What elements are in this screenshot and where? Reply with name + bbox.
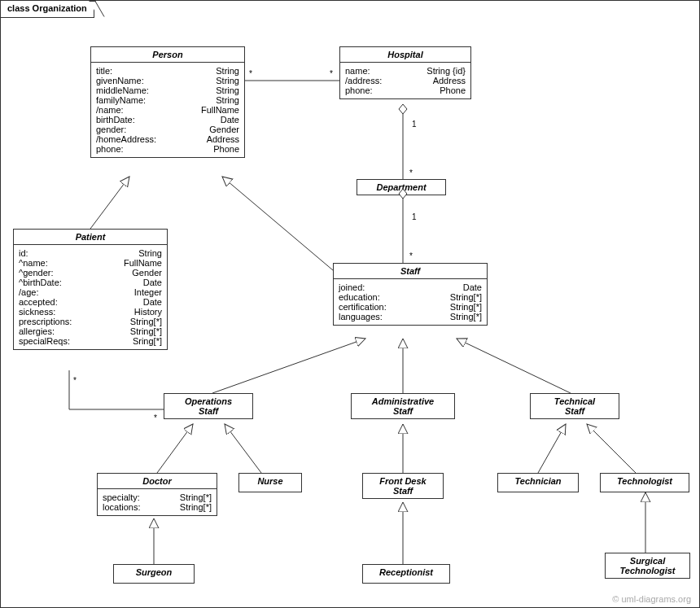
class-title: Patient — [14, 230, 167, 245]
attr-row: prescriptions:String[*] — [19, 317, 162, 326]
attr-name: sickness: — [19, 307, 128, 317]
attr-type: Phone — [433, 85, 466, 95]
attr-name: phone: — [96, 144, 207, 154]
attr-type: String[*] — [124, 317, 162, 326]
attr-name: id: — [19, 248, 132, 258]
attr-name: prescriptions: — [19, 317, 124, 326]
attr-row: locations:String[*] — [103, 502, 212, 512]
attr-row: joined:Date — [339, 282, 482, 292]
multiplicity: * — [249, 69, 252, 78]
class-attrs: id:String^name:FullName^gender:Gender^bi… — [14, 245, 167, 349]
attr-row: /name:FullName — [96, 105, 239, 115]
class-administrative-staff: AdministrativeStaff — [351, 393, 455, 419]
attr-row: sickness:History — [19, 307, 162, 317]
attr-name: gender: — [96, 125, 203, 134]
attr-name: locations: — [103, 502, 173, 512]
attr-type: String {id} — [420, 66, 466, 76]
attr-name: /age: — [19, 287, 128, 297]
attr-name: /name: — [96, 105, 195, 115]
svg-line-3 — [90, 177, 129, 229]
attr-row: /address:Address — [345, 76, 466, 85]
attr-type: String[*] — [444, 292, 482, 302]
class-front-desk-staff: Front DeskStaff — [362, 473, 444, 499]
attr-name: name: — [345, 66, 420, 76]
class-receptionist: Receptionist — [362, 564, 450, 584]
attr-type: String[*] — [173, 502, 212, 512]
class-title: Person — [91, 47, 244, 63]
class-attrs: joined:Dateeducation:String[*]certificat… — [334, 279, 487, 325]
svg-line-4 — [222, 177, 333, 270]
attr-row: /age:Integer — [19, 287, 162, 297]
attr-name: ^gender: — [19, 268, 125, 278]
class-title: Department — [357, 180, 445, 195]
attr-row: phone:Phone — [96, 144, 239, 154]
attr-name: middleName: — [96, 85, 209, 95]
attr-row: allergies:String[*] — [19, 326, 162, 336]
class-title: Staff — [334, 264, 487, 279]
attr-name: allergies: — [19, 326, 124, 336]
svg-line-8 — [157, 424, 193, 473]
attr-name: ^name: — [19, 258, 117, 268]
class-title: Surgeon — [114, 565, 194, 580]
attr-name: specialty: — [103, 492, 173, 502]
attr-row: specialReqs:Sring[*] — [19, 336, 162, 346]
class-attrs: name:String {id}/address:Addressphone:Ph… — [340, 63, 470, 98]
attr-type: String[*] — [173, 492, 212, 502]
class-nurse: Nurse — [238, 473, 302, 492]
diagram-frame: class Organization Person title:Stringgi… — [0, 0, 700, 608]
svg-line-11 — [538, 424, 566, 473]
class-surgical-technologist: SurgicalTechnologist — [605, 553, 690, 579]
class-surgeon: Surgeon — [113, 564, 195, 584]
class-technician: Technician — [497, 473, 579, 492]
attr-name: givenName: — [96, 76, 209, 85]
attr-row: certification:String[*] — [339, 302, 482, 312]
class-title: SurgicalTechnologist — [606, 553, 689, 578]
class-attrs: title:StringgivenName:StringmiddleName:S… — [91, 63, 244, 157]
attr-row: languages:String[*] — [339, 312, 482, 321]
attr-type: Integer — [128, 287, 162, 297]
class-staff: Staff joined:Dateeducation:String[*]cert… — [333, 263, 488, 326]
attr-name: title: — [96, 66, 209, 76]
attr-type: Date — [137, 297, 162, 307]
class-title: Receptionist — [363, 565, 449, 580]
multiplicity: * — [154, 413, 157, 422]
class-title: Front DeskStaff — [363, 474, 443, 498]
class-technical-staff: TechnicalStaff — [530, 393, 619, 419]
class-title: Technician — [498, 474, 578, 488]
attr-name: languages: — [339, 312, 444, 321]
attr-row: education:String[*] — [339, 292, 482, 302]
attr-type: String — [209, 95, 239, 105]
class-title: OperationsStaff — [164, 394, 252, 418]
attr-type: Gender — [203, 125, 239, 134]
attr-row: accepted:Date — [19, 297, 162, 307]
attr-row: id:String — [19, 248, 162, 258]
attr-row: specialty:String[*] — [103, 492, 212, 502]
attr-name: familyName: — [96, 95, 209, 105]
attr-name: /homeAddress: — [96, 134, 200, 144]
attr-type: Address — [427, 76, 466, 85]
attr-type: String[*] — [124, 326, 162, 336]
frame-title: class Organization — [7, 3, 87, 13]
attr-row: phone:Phone — [345, 85, 466, 95]
attr-row: name:String {id} — [345, 66, 466, 76]
attr-name: education: — [339, 292, 444, 302]
attr-type: Date — [214, 115, 239, 125]
attr-type: String — [209, 85, 239, 95]
attr-row: gender:Gender — [96, 125, 239, 134]
svg-line-9 — [225, 424, 261, 473]
class-doctor: Doctor specialty:String[*]locations:Stri… — [97, 473, 217, 516]
attr-name: phone: — [345, 85, 433, 95]
frame-tab: class Organization — [0, 0, 94, 18]
attr-type: String — [209, 76, 239, 85]
attr-name: joined: — [339, 282, 457, 292]
class-title: Hospital — [340, 47, 470, 63]
class-title: Nurse — [239, 474, 301, 488]
attr-name: specialReqs: — [19, 336, 126, 346]
class-patient: Patient id:String^name:FullName^gender:G… — [13, 229, 168, 350]
multiplicity: * — [409, 252, 413, 260]
class-technologist: Technologist — [600, 473, 689, 492]
svg-line-12 — [587, 424, 636, 473]
svg-line-5 — [212, 339, 365, 393]
attr-row: givenName:String — [96, 76, 239, 85]
attr-name: birthDate: — [96, 115, 214, 125]
